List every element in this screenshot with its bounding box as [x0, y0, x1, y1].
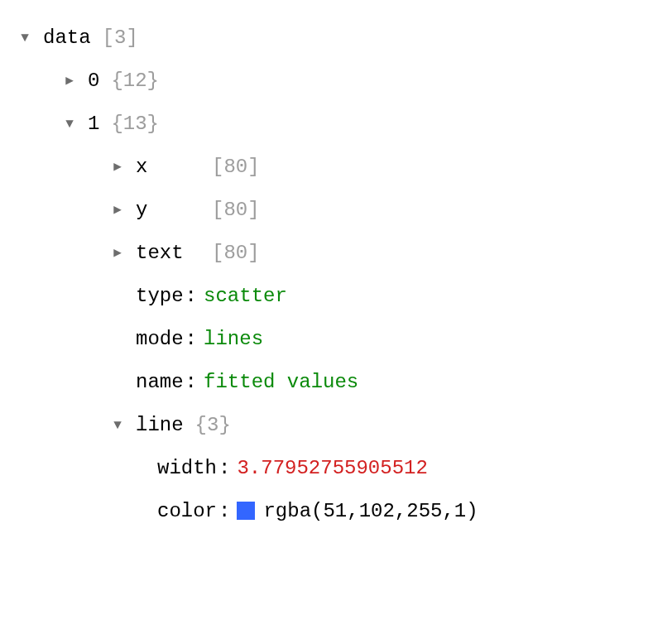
node-meta: {3} [195, 411, 231, 440]
color-swatch-icon [237, 502, 255, 520]
node-key: data [43, 23, 91, 53]
node-meta: [3] [103, 23, 138, 53]
node-meta: [80] [212, 195, 260, 225]
node-key: color [157, 497, 217, 526]
node-value-color: rgba(51,102,255,1) [263, 497, 478, 526]
node-meta: [80] [212, 152, 260, 182]
tree-node-line[interactable]: ▼ line {3} [0, 404, 672, 447]
toggle-collapsed-icon[interactable]: ▶ [61, 71, 78, 91]
tree-leaf-type[interactable]: type : scatter [0, 275, 672, 318]
toggle-expanded-icon[interactable]: ▼ [109, 416, 126, 435]
node-meta: {12} [111, 66, 159, 96]
tree-node-text[interactable]: ▶ text [80] [0, 232, 672, 275]
node-key: text [136, 238, 200, 268]
toggle-expanded-icon[interactable]: ▼ [61, 114, 78, 134]
node-value-string: lines [204, 324, 263, 354]
node-value-string: scatter [204, 281, 287, 311]
node-key: width [157, 454, 217, 483]
tree-leaf-name[interactable]: name : fitted values [0, 361, 672, 404]
colon: : [218, 454, 230, 483]
toggle-collapsed-icon[interactable]: ▶ [109, 157, 126, 177]
tree-node-data[interactable]: ▼ data [3] [0, 17, 672, 60]
colon: : [185, 281, 197, 311]
node-key: x [136, 152, 200, 182]
node-key: type [136, 281, 184, 311]
colon: : [218, 497, 230, 526]
tree-node-0[interactable]: ▶ 0 {12} [0, 60, 672, 103]
node-meta: [80] [212, 238, 260, 268]
colon: : [185, 324, 197, 354]
node-value-number: 3.77952755905512 [237, 454, 427, 483]
node-key: name [136, 368, 184, 397]
node-key: mode [136, 324, 184, 354]
toggle-collapsed-icon[interactable]: ▶ [109, 200, 126, 220]
toggle-collapsed-icon[interactable]: ▶ [109, 243, 126, 263]
tree-leaf-mode[interactable]: mode : lines [0, 318, 672, 361]
node-key: line [136, 411, 184, 440]
tree-leaf-color[interactable]: color : rgba(51,102,255,1) [0, 490, 672, 533]
node-value-string: fitted values [204, 368, 358, 397]
tree-node-x[interactable]: ▶ x [80] [0, 146, 672, 189]
colon: : [185, 368, 197, 397]
node-meta: {13} [111, 109, 159, 139]
tree-node-y[interactable]: ▶ y [80] [0, 189, 672, 232]
tree-node-1[interactable]: ▼ 1 {13} [0, 103, 672, 146]
toggle-expanded-icon[interactable]: ▼ [17, 28, 33, 48]
node-key: y [136, 195, 200, 225]
node-key: 1 [88, 109, 99, 139]
node-key: 0 [88, 66, 99, 96]
tree-leaf-width[interactable]: width : 3.77952755905512 [0, 447, 672, 490]
